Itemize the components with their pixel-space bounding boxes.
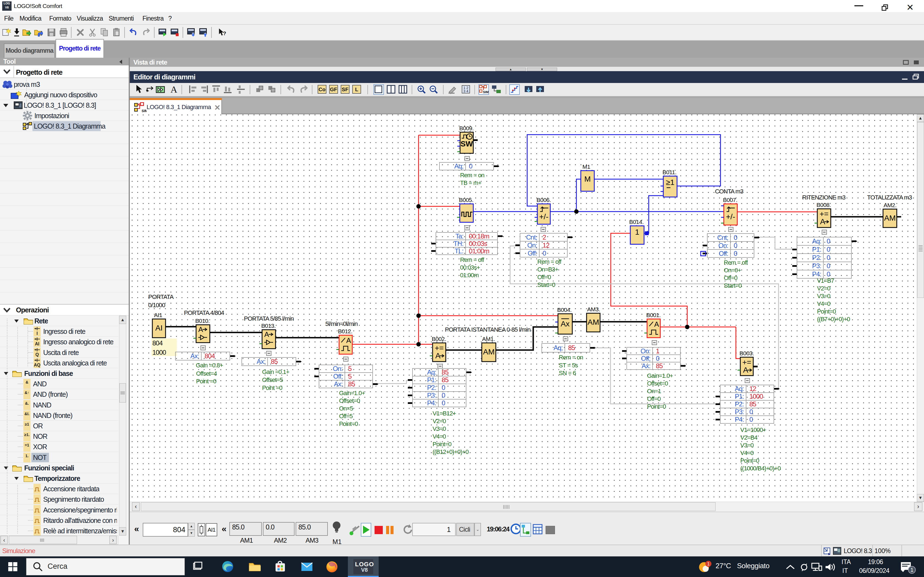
svg-text:01:00m: 01:00m xyxy=(460,272,478,279)
svg-text:P1:: P1: xyxy=(427,376,436,384)
svg-text:M1: M1 xyxy=(582,163,590,170)
svg-text:0: 0 xyxy=(543,250,546,257)
svg-text:V3=0: V3=0 xyxy=(433,425,446,432)
svg-text:1: 1 xyxy=(910,567,913,573)
svg-text:On:: On: xyxy=(333,365,342,372)
svg-text:AM: AM xyxy=(588,318,599,326)
svg-text:0: 0 xyxy=(734,242,737,249)
svg-text:85: 85 xyxy=(750,400,756,408)
svg-text:85: 85 xyxy=(568,344,575,351)
svg-text:RITENZIONE m3: RITENZIONE m3 xyxy=(802,194,846,201)
svg-text:0: 0 xyxy=(750,408,753,416)
svg-text:Gain =0.8+: Gain =0.8+ xyxy=(196,362,223,369)
svg-text:V4=0: V4=0 xyxy=(817,300,830,307)
svg-text:+/-: +/- xyxy=(539,213,548,221)
svg-text:P2:: P2: xyxy=(427,384,436,391)
svg-text:SW: SW xyxy=(460,140,473,148)
svg-text:V4=0: V4=0 xyxy=(740,450,754,456)
svg-text:AQ: AQ xyxy=(34,363,40,367)
svg-text:≥1.: ≥1. xyxy=(24,432,29,437)
svg-text:&I.: &I. xyxy=(24,412,29,416)
svg-text:A: A xyxy=(654,320,659,328)
svg-text:TB = m+: TB = m+ xyxy=(460,179,481,186)
svg-text:1: 1 xyxy=(707,562,710,566)
svg-text:85: 85 xyxy=(656,362,663,369)
svg-text:On=5: On=5 xyxy=(339,405,353,412)
svg-text:85: 85 xyxy=(442,376,449,384)
svg-text:Point=0: Point=0 xyxy=(339,421,358,427)
svg-text:SIM: SIM xyxy=(483,90,489,94)
svg-text:B013.: B013. xyxy=(261,322,276,329)
svg-text:1: 1 xyxy=(656,347,659,355)
svg-text:B002.: B002. xyxy=(432,336,446,342)
svg-text:PORTATA 4/804: PORTATA 4/804 xyxy=(184,309,224,316)
svg-text:+/-: +/- xyxy=(726,213,735,221)
svg-text:B007.: B007. xyxy=(723,197,737,203)
svg-text:Offset=5: Offset=5 xyxy=(262,376,283,383)
svg-text:AM: AM xyxy=(884,214,896,222)
svg-text:V2=B4: V2=B4 xyxy=(740,434,758,441)
svg-text:1.: 1. xyxy=(25,454,29,458)
svg-text:Start=0: Start=0 xyxy=(724,282,741,289)
svg-text:V3=0: V3=0 xyxy=(740,442,754,449)
svg-text:V3=0: V3=0 xyxy=(817,293,830,300)
svg-text:PORTATA 5/85 l/min: PORTATA 5/85 l/min xyxy=(244,315,294,322)
svg-text:Point=0: Point=0 xyxy=(433,441,452,448)
svg-text:&: & xyxy=(26,380,28,384)
svg-text:((B12+0)+0)+0: ((B12+0)+0)+0 xyxy=(433,448,468,455)
svg-text:0: 0 xyxy=(656,355,659,362)
svg-text:Ax:: Ax: xyxy=(334,380,342,388)
svg-text:V1=1000+: V1=1000+ xyxy=(740,426,766,433)
svg-text:Ax:: Ax: xyxy=(641,362,650,369)
svg-text:PORTATA ISTANTANEA 0-85 l/min: PORTATA ISTANTANEA 0-85 l/min xyxy=(445,326,530,333)
svg-text:Aq:: Aq: xyxy=(427,369,436,376)
svg-text:Point=0: Point=0 xyxy=(740,457,759,464)
svg-text:0: 0 xyxy=(442,384,445,391)
svg-text:=1: =1 xyxy=(25,443,29,447)
svg-text:Point=0: Point=0 xyxy=(817,308,836,315)
svg-text:0: 0 xyxy=(469,163,472,170)
svg-text:01:00m: 01:00m xyxy=(469,247,489,255)
svg-text:Off=0: Off=0 xyxy=(724,274,738,281)
svg-text:0: 0 xyxy=(827,254,830,261)
svg-text:V1=B7: V1=B7 xyxy=(817,277,834,284)
svg-text:1000: 1000 xyxy=(152,349,166,356)
svg-text:Off:: Off: xyxy=(719,250,728,257)
svg-text:B006.: B006. xyxy=(536,197,551,203)
svg-text:Rem = on: Rem = on xyxy=(559,354,583,361)
svg-text:+=: += xyxy=(742,358,751,366)
svg-text:I: I xyxy=(37,331,38,336)
svg-text:AM2.: AM2. xyxy=(884,202,897,208)
svg-text:On:: On: xyxy=(527,242,537,249)
svg-text:TH:: TH: xyxy=(454,240,464,247)
svg-text:0: 0 xyxy=(827,270,830,278)
svg-text:Gain =0.1+: Gain =0.1+ xyxy=(262,369,289,376)
svg-text:12: 12 xyxy=(543,242,549,249)
svg-text:P4:: P4: xyxy=(735,416,744,423)
svg-text:Aq:: Aq: xyxy=(735,385,744,392)
svg-text:Aq;: Aq; xyxy=(454,163,464,170)
svg-text:AI: AI xyxy=(35,342,39,346)
svg-text:AM: AM xyxy=(483,348,495,356)
svg-text:0: 0 xyxy=(750,416,753,423)
svg-text:0: 0 xyxy=(442,392,445,399)
svg-text:AM1.: AM1. xyxy=(482,336,495,342)
svg-text:AI1: AI1 xyxy=(154,312,162,318)
svg-text:TL:: TL: xyxy=(455,247,464,255)
svg-text:+=: += xyxy=(435,344,444,352)
svg-text:P3:: P3: xyxy=(735,408,744,416)
svg-text:P1:: P1: xyxy=(812,246,821,253)
svg-text:Aq:: Aq: xyxy=(812,237,821,245)
svg-text:Point =0: Point =0 xyxy=(262,384,283,391)
svg-text:On:: On: xyxy=(640,347,650,355)
svg-text:804: 804 xyxy=(205,352,215,359)
svg-text:P3:: P3: xyxy=(812,262,821,269)
svg-text:Ax:: Ax: xyxy=(190,352,199,359)
svg-text:TOTALIZZATA m3: TOTALIZZATA m3 xyxy=(867,194,912,201)
svg-text:Aq;: Aq; xyxy=(554,344,563,351)
svg-text:85: 85 xyxy=(271,358,278,365)
svg-text:On=0+: On=0+ xyxy=(724,267,741,274)
svg-text:1: 1 xyxy=(635,228,640,236)
svg-text:0: 0 xyxy=(827,246,830,253)
svg-text:Ax:: Ax: xyxy=(257,358,265,365)
